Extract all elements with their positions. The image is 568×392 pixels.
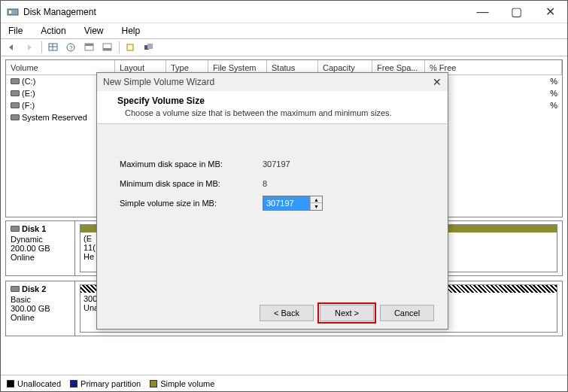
volume-size-input[interactable] xyxy=(263,196,310,210)
volume-icon xyxy=(11,114,20,120)
forward-icon[interactable] xyxy=(22,40,38,55)
help-icon[interactable]: ? xyxy=(63,40,80,55)
minimize-button[interactable]: — xyxy=(466,1,500,23)
legend: Unallocated Primary partition Simple vol… xyxy=(1,375,567,391)
app-icon xyxy=(7,6,19,18)
volume-icon xyxy=(11,102,20,108)
panel-bottom-icon[interactable] xyxy=(99,40,116,55)
volume-icon xyxy=(11,78,20,84)
max-space-label: Maximum disk space in MB: xyxy=(120,160,263,169)
swatch-simple xyxy=(150,380,157,387)
spinner-down-icon[interactable]: ▼ xyxy=(311,203,322,210)
menu-view[interactable]: View xyxy=(80,24,108,38)
cancel-button[interactable]: Cancel xyxy=(380,305,434,321)
disk-name: Disk 1 xyxy=(22,224,46,233)
max-space-value: 307197 xyxy=(263,160,290,169)
grid-icon[interactable] xyxy=(45,40,62,55)
disk-icon xyxy=(11,286,20,292)
close-button[interactable]: ✕ xyxy=(533,1,567,23)
titlebar[interactable]: Disk Management — ▢ ✕ xyxy=(1,1,567,23)
swatch-primary xyxy=(70,380,77,387)
disk-status: Online xyxy=(11,313,70,322)
swatch-unallocated xyxy=(7,380,14,387)
disk-icon xyxy=(11,226,20,232)
settings-icon[interactable] xyxy=(141,40,157,55)
svg-rect-1 xyxy=(9,11,11,14)
svg-rect-10 xyxy=(103,48,111,50)
menubar: File Action View Help xyxy=(1,23,567,38)
volume-size-label: Simple volume size in MB: xyxy=(120,199,263,208)
disk-status: Online xyxy=(11,253,70,262)
disk-type: Dynamic xyxy=(11,235,70,244)
window-title: Disk Management xyxy=(23,7,466,17)
wizard-heading: Specify Volume Size xyxy=(117,96,427,106)
svg-text:?: ? xyxy=(69,44,73,51)
maximize-button[interactable]: ▢ xyxy=(500,1,533,23)
dialog-title[interactable]: New Simple Volume Wizard xyxy=(97,73,448,91)
close-icon[interactable]: ✕ xyxy=(433,76,442,88)
min-space-value: 8 xyxy=(263,179,267,188)
next-button[interactable]: Next > xyxy=(320,305,374,321)
svg-rect-13 xyxy=(147,44,153,49)
disk-size: 300.00 GB xyxy=(11,304,70,313)
menu-help[interactable]: Help xyxy=(117,24,145,38)
volume-name: (F:) xyxy=(22,101,35,110)
disk-type: Basic xyxy=(11,295,70,304)
menu-action[interactable]: Action xyxy=(36,24,70,38)
svg-rect-8 xyxy=(85,44,93,46)
properties-icon[interactable] xyxy=(123,40,139,55)
back-icon[interactable] xyxy=(4,40,20,55)
back-button[interactable]: < Back xyxy=(260,305,314,321)
volume-size-spinner: ▲ ▼ xyxy=(263,196,323,211)
svg-rect-11 xyxy=(127,44,133,50)
panel-top-icon[interactable] xyxy=(81,40,98,55)
min-space-label: Minimum disk space in MB: xyxy=(120,179,263,188)
disk-size: 200.00 GB xyxy=(11,244,70,253)
spinner-up-icon[interactable]: ▲ xyxy=(311,196,322,203)
volume-name: (E:) xyxy=(22,89,35,98)
wizard-subtext: Choose a volume size that is between the… xyxy=(125,108,427,117)
volume-name: System Reserved xyxy=(22,113,87,122)
disk-name: Disk 2 xyxy=(22,284,46,293)
toolbar: ? xyxy=(1,38,567,56)
new-simple-volume-wizard: New Simple Volume Wizard ✕ Specify Volum… xyxy=(96,72,448,330)
menu-file[interactable]: File xyxy=(4,24,27,38)
volume-name: (C:) xyxy=(22,77,35,86)
volume-icon xyxy=(11,90,20,96)
